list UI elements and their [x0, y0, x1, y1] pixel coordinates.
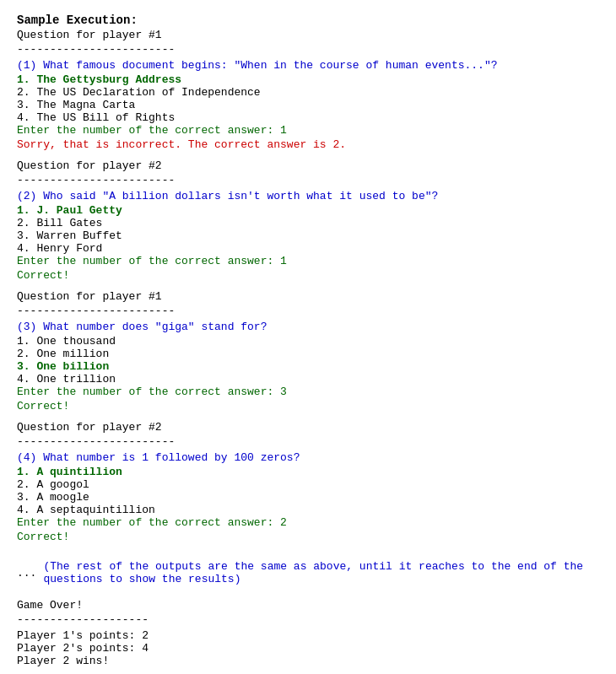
- ellipsis-dots: ...: [17, 567, 36, 580]
- player1-points: Player 1's points: 2: [17, 629, 599, 642]
- answer-item-1: 1. A quintillion: [17, 466, 599, 478]
- question-text: (3) What number does "giga" stand for?: [17, 321, 599, 333]
- answer-item-3: 3. Warren Buffet: [17, 229, 599, 242]
- winner-text: Player 2 wins!: [17, 655, 599, 667]
- question-block-2: Question for player #2------------------…: [17, 159, 599, 282]
- prompt-line: Enter the number of the correct answer: …: [17, 386, 599, 398]
- result-text: Correct!: [17, 531, 599, 543]
- question-text: (4) What number is 1 followed by 100 zer…: [17, 451, 599, 464]
- prompt-line: Enter the number of the correct answer: …: [17, 124, 599, 137]
- section-header: Sample Execution:: [17, 13, 599, 27]
- question-text: (2) Who said "A billion dollars isn't wo…: [17, 190, 599, 202]
- ellipsis-section: ... (The rest of the outputs are the sam…: [17, 560, 599, 585]
- answer-item-3: 3. A moogle: [17, 491, 599, 504]
- question-block-3: Question for player #1------------------…: [17, 290, 599, 412]
- answer-item-2: 2. Bill Gates: [17, 217, 599, 229]
- ellipsis-note: (The rest of the outputs are the same as…: [43, 560, 599, 585]
- answer-item-4: 4. Henry Ford: [17, 242, 599, 255]
- result-text: Sorry, that is incorrect. The correct an…: [17, 138, 599, 151]
- question-block-4: Question for player #2------------------…: [17, 421, 599, 543]
- result-text: Correct!: [17, 269, 599, 282]
- answer-item-3: 3. The Magna Carta: [17, 99, 599, 111]
- answer-item-1: 1. J. Paul Getty: [17, 204, 599, 217]
- question-text: (1) What famous document begins: "When i…: [17, 59, 599, 72]
- result-text: Correct!: [17, 400, 599, 412]
- prompt-line: Enter the number of the correct answer: …: [17, 255, 599, 267]
- answer-item-4: 4. A septaquintillion: [17, 504, 599, 516]
- player-heading: Question for player #2: [17, 159, 599, 172]
- game-over-divider: --------------------: [17, 613, 599, 626]
- game-over-text: Game Over!: [17, 599, 599, 612]
- divider: ------------------------: [17, 435, 599, 448]
- divider: ------------------------: [17, 43, 599, 56]
- divider: ------------------------: [17, 305, 599, 317]
- answer-item-2: 2. One million: [17, 348, 599, 360]
- divider: ------------------------: [17, 174, 599, 186]
- player-heading: Question for player #1: [17, 290, 599, 303]
- question-block-1: Question for player #1------------------…: [17, 29, 599, 151]
- answer-item-4: 4. The US Bill of Rights: [17, 111, 599, 124]
- answer-item-1: 1. The Gettysburg Address: [17, 73, 599, 86]
- answer-item-2: 2. The US Declaration of Independence: [17, 86, 599, 99]
- answer-item-2: 2. A googol: [17, 478, 599, 491]
- player2-points: Player 2's points: 4: [17, 642, 599, 655]
- player-heading: Question for player #2: [17, 421, 599, 434]
- player-heading: Question for player #1: [17, 29, 599, 41]
- answer-item-4: 4. One trillion: [17, 373, 599, 386]
- prompt-line: Enter the number of the correct answer: …: [17, 516, 599, 529]
- answer-item-3: 3. One billion: [17, 360, 599, 373]
- answer-item-1: 1. One thousand: [17, 335, 599, 348]
- game-over-section: Game Over! -------------------- Player 1…: [17, 599, 599, 667]
